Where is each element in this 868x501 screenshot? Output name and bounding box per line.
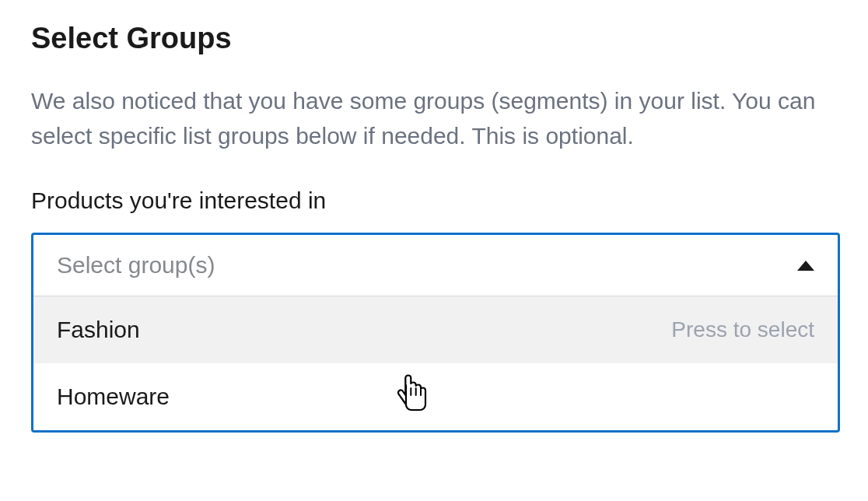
- option-hint: Press to select: [671, 317, 814, 342]
- select-placeholder: Select group(s): [57, 252, 215, 279]
- option-label: Homeware: [57, 384, 170, 410]
- group-multiselect[interactable]: Select group(s) Fashion Press to select …: [31, 233, 840, 433]
- option-label: Fashion: [57, 317, 140, 343]
- option-fashion[interactable]: Fashion Press to select: [33, 296, 838, 363]
- options-list: Fashion Press to select Homeware: [33, 296, 838, 430]
- section-description: We also noticed that you have some group…: [31, 83, 837, 153]
- select-control[interactable]: Select group(s): [33, 235, 838, 296]
- field-label: Products you're interested in: [31, 187, 837, 214]
- caret-up-icon: [797, 261, 814, 271]
- option-homeware[interactable]: Homeware: [33, 363, 838, 430]
- section-heading: Select Groups: [31, 22, 837, 55]
